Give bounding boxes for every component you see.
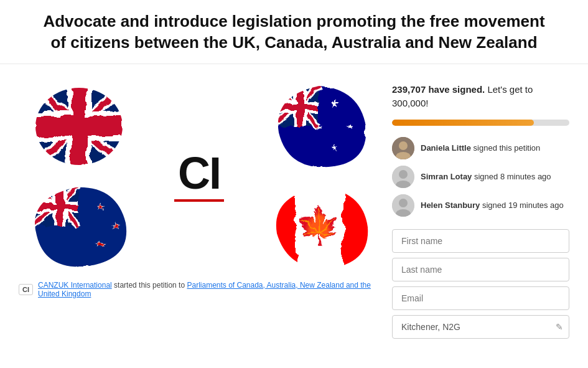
form-fields: ✎: [392, 229, 569, 339]
svg-rect-9: [35, 116, 123, 136]
signer-avatar-simran: [392, 166, 414, 188]
ci-logo-text: CI: [178, 151, 220, 196]
svg-text:★: ★: [113, 222, 119, 230]
flag-australia: ★ ★ ★ ★: [259, 77, 380, 176]
main-content: CI: [0, 64, 588, 351]
svg-text:★: ★: [347, 123, 354, 131]
signer-avatar-daniela: [392, 137, 414, 159]
flags-grid: CI: [19, 77, 380, 276]
title-section: Advocate and introduce legislation promo…: [0, 0, 588, 64]
signer-name-simran: Simran Lotay: [421, 172, 472, 181]
signer-info-simran: Simran Lotay signed 8 minutes ago: [421, 172, 551, 181]
email-input[interactable]: [392, 286, 569, 310]
sign-count: 239,707 have signed. Let's get to 300,00…: [392, 83, 569, 111]
signer-info-daniela: Daniela Little signed this petition: [421, 143, 540, 153]
svg-text:★: ★: [97, 203, 104, 212]
svg-text:★: ★: [316, 123, 323, 131]
petition-title: Advocate and introduce legislation promo…: [37, 11, 551, 54]
flag-new-zealand: ★ ★ ★ ★ ★ ★: [19, 176, 139, 276]
signer-action-simran: signed 8 minutes ago: [474, 172, 551, 181]
signer-action-daniela: signed this petition: [474, 143, 541, 153]
first-name-input[interactable]: [392, 229, 569, 253]
ci-underline: [174, 199, 224, 202]
progress-bar-container: [392, 120, 569, 126]
image-section: CI: [19, 77, 380, 339]
signer-avatar-helen: [392, 194, 414, 217]
signer-action-helen: signed 19 minutes ago: [482, 201, 564, 210]
svg-text:★: ★: [332, 144, 338, 153]
signers-list: Daniela Little signed this petition Simr…: [392, 137, 569, 217]
sign-section: 239,707 have signed. Let's get to 300,00…: [392, 77, 569, 339]
flag-uk: [19, 77, 139, 176]
signer-item: Simran Lotay signed 8 minutes ago: [392, 166, 569, 188]
page-wrapper: Advocate and introduce legislation promo…: [0, 0, 588, 351]
svg-rect-19: [273, 104, 319, 110]
attribution-text-middle: started this petition to: [112, 281, 187, 290]
location-input[interactable]: [392, 315, 569, 339]
edit-location-icon[interactable]: ✎: [556, 322, 563, 332]
canzuk-link[interactable]: CANZUK International: [38, 281, 112, 290]
signer-item: Daniela Little signed this petition: [392, 137, 569, 159]
svg-text:★: ★: [330, 98, 340, 110]
svg-point-47: [399, 170, 408, 179]
progress-bar-fill: [392, 120, 534, 126]
signer-name-helen: Helen Stanbury: [421, 201, 480, 210]
location-input-wrapper: ✎: [392, 315, 569, 339]
svg-text:★: ★: [97, 240, 104, 249]
signer-item: Helen Stanbury signed 19 minutes ago: [392, 194, 569, 217]
flag-canada: 🍁: [259, 176, 380, 276]
signer-info-helen: Helen Stanbury signed 19 minutes ago: [421, 201, 564, 210]
svg-point-44: [399, 141, 408, 150]
attribution-text: CANZUK International started this petiti…: [38, 281, 380, 298]
attribution: CI CANZUK International started this pet…: [19, 281, 380, 298]
signer-name-daniela: Daniela Little: [421, 143, 471, 153]
ci-logo: CI: [139, 77, 259, 276]
svg-point-50: [399, 199, 408, 207]
last-name-input[interactable]: [392, 258, 569, 281]
sign-count-number: 239,707 have signed.: [392, 84, 485, 95]
attribution-ci-badge: CI: [19, 284, 33, 295]
svg-rect-33: [32, 204, 79, 210]
svg-text:🍁: 🍁: [296, 202, 343, 247]
